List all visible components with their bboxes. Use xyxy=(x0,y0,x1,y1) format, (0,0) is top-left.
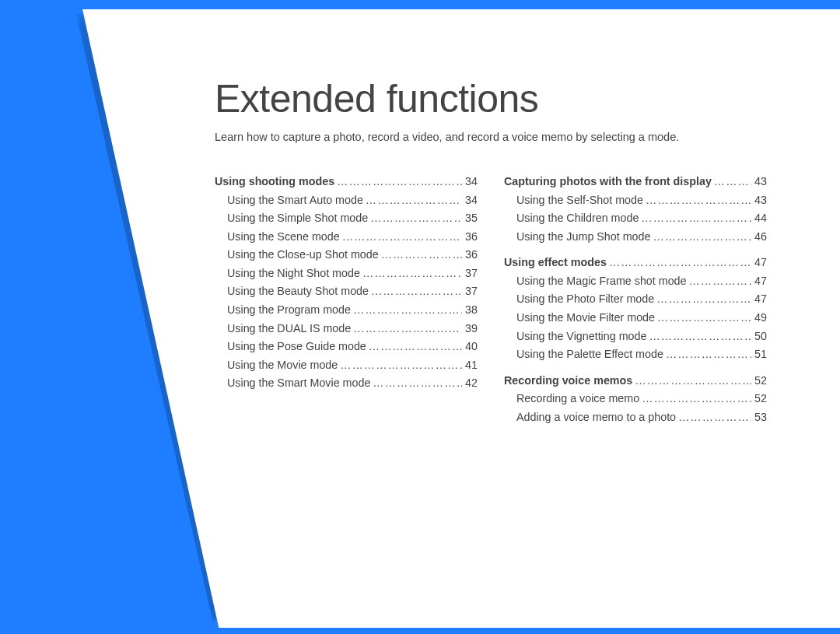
toc-entry[interactable]: Using the Jump Shot mode46 xyxy=(504,228,767,247)
toc-entry[interactable]: Using the Smart Movie mode42 xyxy=(215,374,478,393)
toc-leader xyxy=(360,264,462,283)
toc-section[interactable]: Using shooting modes34 xyxy=(215,173,478,191)
toc-label: Using the Pose Guide mode xyxy=(215,338,366,356)
toc-page-number: 39 xyxy=(462,320,478,338)
toc-leader xyxy=(650,228,751,247)
toc-label: Using the Scene mode xyxy=(215,228,340,247)
toc-page-number: 52 xyxy=(751,372,767,391)
section-gap xyxy=(504,246,767,254)
toc-label: Using the Smart Movie mode xyxy=(215,374,370,393)
toc-page-number: 41 xyxy=(462,356,478,375)
toc-leader xyxy=(334,173,462,191)
toc-page-number: 47 xyxy=(751,290,767,309)
toc-entry[interactable]: Using the Program mode38 xyxy=(215,301,478,320)
toc-page-number: 36 xyxy=(462,246,478,264)
toc-entry[interactable]: Using the Self-Shot mode43 xyxy=(504,191,767,210)
toc-columns: Using shooting modes34Using the Smart Au… xyxy=(215,173,790,427)
toc-entry[interactable]: Using the Movie mode41 xyxy=(215,356,478,375)
toc-leader xyxy=(338,356,462,375)
toc-page-number: 50 xyxy=(751,328,767,346)
toc-label: Using the Simple Shot mode xyxy=(215,209,368,228)
page-subtitle: Learn how to capture a photo, record a v… xyxy=(215,131,790,143)
toc-leader xyxy=(632,372,751,391)
toc-label: Recording voice memos xyxy=(504,372,632,391)
toc-page-number: 46 xyxy=(751,228,767,247)
toc-label: Using the Beauty Shot mode xyxy=(215,282,369,301)
toc-label: Using the Movie Filter mode xyxy=(504,309,655,328)
toc-label: Using the Program mode xyxy=(215,301,351,320)
toc-label: Adding a voice memo to a photo xyxy=(504,408,676,427)
toc-leader xyxy=(654,290,751,309)
toc-label: Capturing photos with the front display xyxy=(504,173,712,191)
toc-leader xyxy=(368,209,462,228)
toc-leader xyxy=(351,301,462,320)
toc-label: Using the Self-Shot mode xyxy=(504,191,643,210)
toc-entry[interactable]: Using the Smart Auto mode34 xyxy=(215,191,478,210)
toc-label: Using the Night Shot mode xyxy=(215,264,360,283)
toc-label: Using shooting modes xyxy=(215,173,334,191)
toc-leader xyxy=(370,374,462,393)
toc-leader xyxy=(369,282,462,301)
toc-label: Using effect modes xyxy=(504,254,607,272)
toc-page-number: 42 xyxy=(462,374,478,393)
toc-leader xyxy=(639,390,751,408)
toc-page-number: 52 xyxy=(751,390,767,408)
toc-page-number: 40 xyxy=(462,338,478,356)
toc-entry[interactable]: Using the Pose Guide mode40 xyxy=(215,338,478,356)
toc-label: Using the Children mode xyxy=(504,209,639,228)
toc-label: Using the Close-up Shot mode xyxy=(215,246,379,264)
toc-entry[interactable]: Using the Photo Filter mode47 xyxy=(504,290,767,309)
toc-leader xyxy=(655,309,751,328)
toc-label: Using the DUAL IS mode xyxy=(215,320,351,338)
toc-entry[interactable]: Using the Palette Effect mode51 xyxy=(504,345,767,364)
toc-leader xyxy=(639,209,751,228)
toc-entry[interactable]: Using the Scene mode36 xyxy=(215,228,478,247)
toc-section[interactable]: Recording voice memos52 xyxy=(504,372,767,391)
content-area: Extended functions Learn how to capture … xyxy=(215,76,790,427)
toc-section[interactable]: Capturing photos with the front display4… xyxy=(504,173,767,191)
toc-section[interactable]: Using effect modes47 xyxy=(504,254,767,272)
toc-entry[interactable]: Adding a voice memo to a photo53 xyxy=(504,408,767,427)
toc-entry[interactable]: Using the Vignetting mode50 xyxy=(504,328,767,346)
toc-leader xyxy=(663,345,751,364)
toc-leader xyxy=(643,191,751,210)
toc-page-number: 53 xyxy=(751,408,767,427)
toc-leader xyxy=(687,272,752,291)
toc-leader xyxy=(676,408,751,427)
toc-leader xyxy=(351,320,462,338)
toc-label: Using the Photo Filter mode xyxy=(504,290,654,309)
toc-page-number: 35 xyxy=(462,209,478,228)
toc-page-number: 43 xyxy=(751,191,767,210)
toc-page-number: 34 xyxy=(462,191,478,210)
toc-leader xyxy=(340,228,462,247)
toc-page-number: 36 xyxy=(462,228,478,247)
toc-label: Using the Smart Auto mode xyxy=(215,191,363,210)
toc-label: Using the Vignetting mode xyxy=(504,328,646,346)
toc-leader xyxy=(712,173,751,191)
toc-page-number: 47 xyxy=(751,272,767,291)
toc-page-number: 37 xyxy=(462,282,478,301)
toc-entry[interactable]: Using the Beauty Shot mode37 xyxy=(215,282,478,301)
toc-leader xyxy=(607,254,751,272)
toc-entry[interactable]: Using the Movie Filter mode49 xyxy=(504,309,767,328)
toc-page-number: 43 xyxy=(751,173,767,191)
toc-page-number: 37 xyxy=(462,264,478,283)
toc-page-number: 38 xyxy=(462,301,478,320)
toc-entry[interactable]: Using the Night Shot mode37 xyxy=(215,264,478,283)
toc-entry[interactable]: Using the Close-up Shot mode36 xyxy=(215,246,478,264)
toc-entry[interactable]: Using the DUAL IS mode39 xyxy=(215,320,478,338)
toc-page-number: 51 xyxy=(751,345,767,364)
toc-column-right: Capturing photos with the front display4… xyxy=(504,173,767,427)
toc-label: Using the Magic Frame shot mode xyxy=(504,272,687,291)
toc-entry[interactable]: Recording a voice memo52 xyxy=(504,390,767,408)
toc-entry[interactable]: Using the Magic Frame shot mode47 xyxy=(504,272,767,291)
toc-leader xyxy=(379,246,462,264)
toc-entry[interactable]: Using the Simple Shot mode35 xyxy=(215,209,478,228)
toc-page-number: 44 xyxy=(751,209,767,228)
page-title: Extended functions xyxy=(215,76,790,121)
toc-column-left: Using shooting modes34Using the Smart Au… xyxy=(215,173,478,427)
toc-entry[interactable]: Using the Children mode44 xyxy=(504,209,767,228)
toc-page-number: 34 xyxy=(462,173,478,191)
toc-leader xyxy=(366,338,462,356)
toc-label: Using the Palette Effect mode xyxy=(504,345,663,364)
